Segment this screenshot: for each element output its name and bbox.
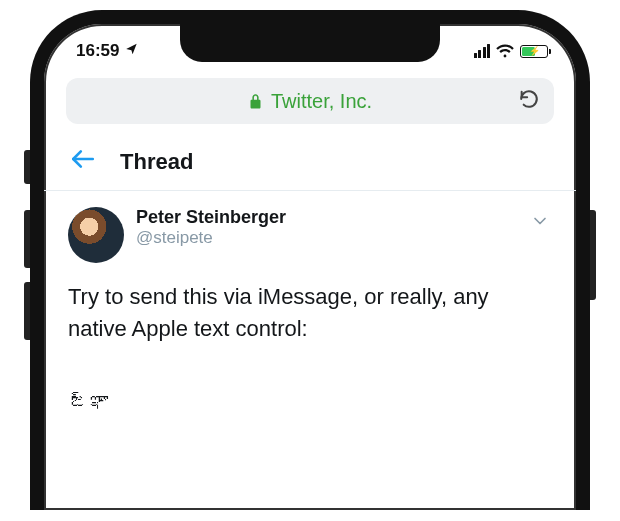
wifi-icon	[496, 44, 514, 58]
location-arrow-icon	[125, 41, 139, 61]
status-time: 16:59	[76, 41, 119, 61]
tweet-special-text: జ్ఞ‌ా	[68, 391, 552, 414]
site-name-label: Twitter, Inc.	[271, 90, 372, 113]
display-name[interactable]: Peter Steinberger	[136, 207, 286, 228]
battery-charging-icon: ⚡	[520, 45, 548, 58]
app-nav-bar: Thread	[44, 134, 576, 190]
signal-bars-icon	[474, 44, 491, 58]
user-handle[interactable]: @steipete	[136, 228, 286, 248]
tweet-body: Try to send this via iMessage, or really…	[68, 281, 552, 345]
avatar[interactable]	[68, 207, 124, 263]
page-title: Thread	[120, 149, 193, 175]
phone-frame: 16:59 ⚡ Twitter, Inc.	[30, 10, 590, 510]
tweet[interactable]: Peter Steinberger @steipete Try to send …	[44, 191, 576, 414]
notch	[180, 24, 440, 62]
reload-icon[interactable]	[518, 88, 540, 114]
lock-icon	[248, 92, 263, 110]
chevron-down-icon[interactable]	[530, 211, 550, 235]
browser-url-bar[interactable]: Twitter, Inc.	[66, 78, 554, 124]
back-arrow-icon[interactable]	[70, 148, 96, 176]
